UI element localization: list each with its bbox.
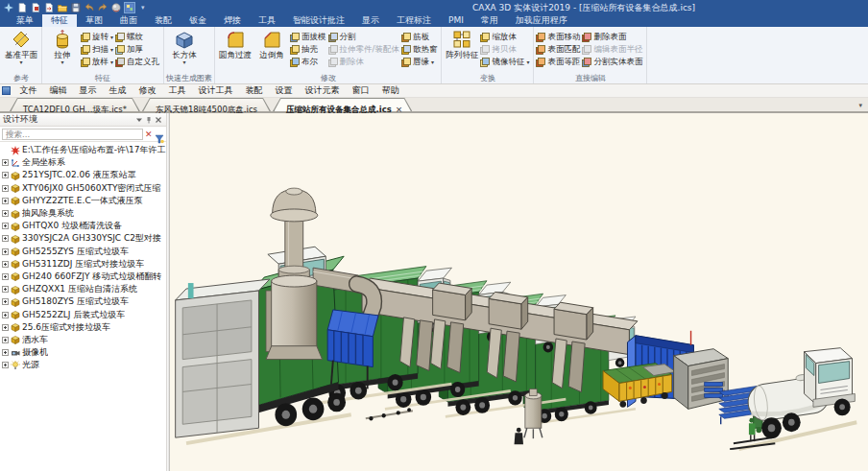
expander-icon[interactable] [2, 185, 9, 192]
expander-icon[interactable] [2, 248, 9, 255]
ribbon-button[interactable]: 拉伸零件/装配体 [328, 43, 399, 56]
tree-item[interactable]: GHZQXX1 压缩站自清洁系统 [2, 283, 166, 295]
equipment-cabinet[interactable] [673, 349, 728, 410]
ribbon-button[interactable]: 螺纹 [115, 31, 159, 43]
ribbon-tab[interactable]: 草图 [77, 14, 111, 27]
tree-item[interactable]: E:\工作任务\压缩站布置-许\17年许工 [2, 144, 166, 156]
collapse-caret-icon[interactable] [134, 115, 144, 125]
search-clear-icon[interactable]: ✕ [145, 130, 153, 139]
small-tank[interactable] [523, 389, 542, 438]
import-file-icon[interactable] [44, 3, 54, 12]
close-icon[interactable] [154, 115, 163, 125]
menu-item[interactable]: 编辑 [43, 84, 73, 97]
ribbon-button[interactable]: 边倒角 [253, 28, 290, 59]
ribbon-button[interactable]: 基准平面▾ [3, 28, 39, 64]
viewport-3d-scene[interactable] [170, 113, 868, 471]
render-settings-icon[interactable] [111, 3, 121, 12]
ribbon-button[interactable]: 自定义孔 [115, 56, 159, 68]
ribbon-button[interactable]: 缩放体 [480, 31, 529, 43]
caxa-logo-icon[interactable] [4, 3, 13, 12]
menu-item[interactable]: 设计元素 [299, 84, 346, 97]
ribbon-button[interactable]: 布尔 [290, 56, 326, 68]
ribbon-button[interactable]: 表面等距 [536, 56, 580, 68]
ribbon-tab[interactable]: 智能设计批注 [284, 14, 353, 27]
ribbon-button[interactable]: 筋板 [401, 31, 438, 43]
ribbon-tab[interactable]: 加载应用程序 [507, 14, 576, 27]
filter-icon[interactable] [155, 130, 164, 139]
redo-icon[interactable] [98, 3, 108, 12]
ribbon-button[interactable]: 放样▾ [81, 56, 113, 68]
ribbon-tab[interactable]: 常用 [472, 14, 507, 27]
ribbon-button[interactable]: 散热窗 [401, 43, 438, 56]
ribbon-button[interactable]: 分割 [328, 31, 399, 43]
menu-item[interactable]: 设计工具 [192, 84, 239, 97]
expander-icon[interactable] [2, 298, 9, 305]
menu-item[interactable]: 帮助 [375, 84, 405, 97]
search-input[interactable]: 搜索... [2, 129, 143, 140]
expander-icon[interactable] [2, 324, 9, 331]
ribbon-button[interactable]: 抽壳 [290, 43, 326, 56]
ribbon-tab[interactable]: 工程标注 [388, 14, 440, 27]
ribbon-tab[interactable]: 菜单 [8, 14, 42, 27]
expander-icon[interactable] [2, 286, 9, 293]
ribbon-button[interactable]: 阵列特征 [444, 28, 480, 59]
tree-item[interactable]: GH240 660FZJY 移动式垃圾桶翻转 [2, 271, 166, 283]
pin-icon[interactable] [144, 115, 154, 125]
expander-icon[interactable] [2, 349, 9, 356]
undo-icon[interactable] [84, 3, 94, 12]
ribbon-tab[interactable]: 特征 [42, 14, 77, 27]
menu-item[interactable]: 修改 [133, 84, 162, 97]
window-menu-icon[interactable] [2, 86, 11, 95]
expander-icon[interactable] [2, 223, 9, 229]
tree-item[interactable]: 251YSJTC.02.06 液压泵站罩 [2, 169, 166, 181]
tree-item[interactable]: GH5180ZYS 压缩式垃圾车 [2, 295, 166, 308]
ribbon-tab[interactable]: 钣金 [181, 14, 215, 27]
worker-figure-1[interactable] [514, 428, 522, 444]
tree-item[interactable]: 光源 [2, 359, 166, 371]
ribbon-button[interactable]: 面拔模 [290, 31, 326, 43]
expander-icon[interactable] [2, 362, 9, 368]
expander-icon[interactable] [2, 172, 9, 178]
ribbon-tab[interactable]: 曲面 [111, 14, 146, 27]
menu-item[interactable]: 窗口 [346, 84, 375, 97]
ribbon-button[interactable]: 分割实体表面 [582, 56, 642, 68]
tree-item[interactable]: GH5311ZDJ 压缩式对接垃圾车 [2, 258, 166, 271]
design-library-icon[interactable] [125, 3, 134, 12]
tree-item[interactable]: GHYYZ2ZTE.E.C一体式液压泵 [2, 195, 166, 207]
ribbon-button[interactable]: 长方体▾ [166, 28, 203, 64]
open-folder-icon[interactable] [58, 3, 67, 12]
tree-item[interactable]: GHTQX0 垃圾桶清洗设备 [2, 220, 166, 232]
document-tab[interactable]: 东风天锦18吨4500底盘.ics [142, 98, 271, 111]
expander-icon[interactable] [2, 159, 9, 166]
ribbon-button[interactable]: 拉伸▾ [44, 28, 81, 64]
open-example-icon[interactable] [31, 3, 40, 12]
ribbon-tab[interactable]: 焊接 [215, 14, 250, 27]
expander-icon[interactable] [2, 210, 9, 217]
viewport-3d[interactable] [170, 113, 868, 471]
ribbon-tab[interactable]: 工具 [250, 14, 284, 27]
expander-icon[interactable] [2, 337, 9, 343]
expander-icon[interactable] [2, 198, 9, 204]
tree-item[interactable]: 全局坐标系 [2, 156, 166, 169]
ribbon-tab[interactable]: 显示 [353, 14, 388, 27]
ribbon-button[interactable]: 删除体 [328, 56, 399, 68]
expander-icon[interactable] [2, 261, 9, 268]
menu-item[interactable]: 装配 [239, 84, 269, 97]
toolbar-overflow-icon[interactable]: ▾ [141, 4, 145, 12]
ribbon-button[interactable]: 加厚 [115, 43, 159, 56]
ribbon-button[interactable]: 圆角过渡 [217, 28, 253, 59]
yellow-flatbed[interactable] [603, 364, 675, 408]
tree-item[interactable]: GH5252ZLJ 后装式垃圾车 [2, 308, 166, 320]
tree-item[interactable]: 抽风除臭系统 [2, 207, 166, 220]
expander-icon[interactable] [2, 312, 9, 318]
ribbon-button[interactable]: 编辑表面半径 [582, 43, 642, 56]
menu-item[interactable]: 显示 [73, 84, 103, 97]
ribbon-button[interactable]: 镜像特征▾ [480, 56, 529, 68]
ribbon-button[interactable]: 旋转▾ [81, 31, 113, 43]
tree-item[interactable]: 摄像机 [2, 346, 166, 359]
tree-item[interactable]: 洒水车 [2, 334, 166, 346]
ribbon-button[interactable]: 唇缘▾ [401, 56, 438, 68]
ribbon-button[interactable]: 表面移动 [536, 31, 580, 43]
ribbon-tab[interactable]: PMI [440, 14, 472, 27]
menu-item[interactable]: 文件 [13, 84, 43, 97]
